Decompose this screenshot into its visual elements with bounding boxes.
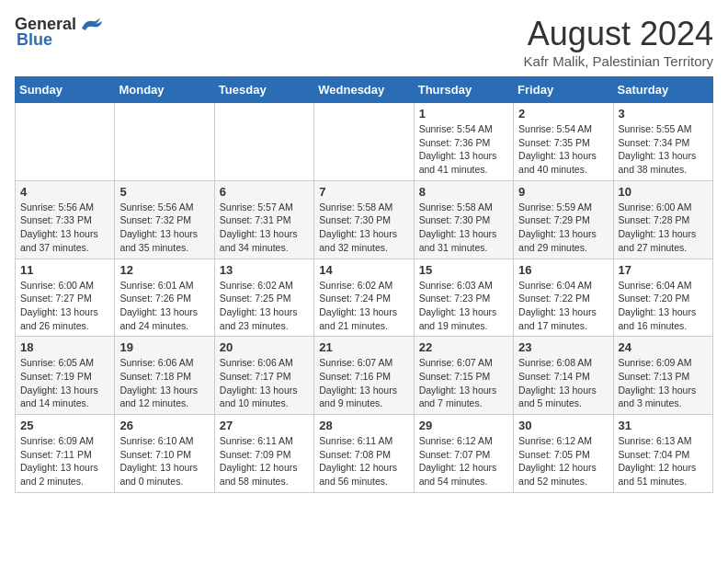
day-number: 21 — [319, 340, 408, 354]
calendar-cell — [314, 103, 414, 181]
day-number: 19 — [119, 340, 209, 354]
logo-blue-text: Blue — [17, 30, 52, 50]
calendar-cell: 16Sunrise: 6:04 AM Sunset: 7:22 PM Dayli… — [514, 259, 613, 337]
day-info: Sunrise: 6:09 AM Sunset: 7:13 PM Dayligh… — [619, 356, 708, 410]
day-number: 22 — [419, 340, 508, 354]
calendar-cell: 5Sunrise: 5:56 AM Sunset: 7:32 PM Daylig… — [115, 180, 214, 259]
logo-bird-icon — [78, 16, 104, 34]
calendar-week-row: 11Sunrise: 6:00 AM Sunset: 7:27 PM Dayli… — [16, 259, 713, 337]
day-info: Sunrise: 6:06 AM Sunset: 7:17 PM Dayligh… — [220, 356, 309, 410]
day-number: 1 — [419, 107, 508, 121]
calendar-cell — [16, 103, 115, 181]
day-number: 8 — [419, 185, 508, 199]
day-number: 13 — [220, 263, 309, 277]
day-number: 5 — [119, 185, 209, 199]
day-number: 2 — [518, 107, 608, 121]
page-header: General Blue August 2024 Kafr Malik, Pal… — [15, 15, 713, 69]
day-number: 10 — [619, 185, 708, 199]
day-info: Sunrise: 6:06 AM Sunset: 7:18 PM Dayligh… — [119, 356, 209, 410]
day-of-week-header: Saturday — [613, 77, 712, 103]
day-info: Sunrise: 6:04 AM Sunset: 7:20 PM Dayligh… — [619, 279, 708, 333]
day-of-week-header: Tuesday — [214, 77, 313, 103]
calendar-week-row: 18Sunrise: 6:05 AM Sunset: 7:19 PM Dayli… — [16, 337, 713, 415]
day-number: 14 — [319, 263, 408, 277]
calendar-week-row: 1Sunrise: 5:54 AM Sunset: 7:36 PM Daylig… — [16, 103, 713, 181]
day-info: Sunrise: 6:01 AM Sunset: 7:26 PM Dayligh… — [119, 279, 209, 333]
day-info: Sunrise: 6:03 AM Sunset: 7:23 PM Dayligh… — [419, 279, 508, 333]
day-info: Sunrise: 5:54 AM Sunset: 7:36 PM Dayligh… — [419, 122, 508, 177]
day-info: Sunrise: 5:55 AM Sunset: 7:34 PM Dayligh… — [619, 122, 708, 177]
day-info: Sunrise: 6:12 AM Sunset: 7:05 PM Dayligh… — [518, 434, 608, 488]
calendar-cell: 4Sunrise: 5:56 AM Sunset: 7:33 PM Daylig… — [16, 180, 115, 259]
day-number: 17 — [619, 263, 708, 277]
logo: General Blue — [15, 15, 104, 50]
day-info: Sunrise: 6:11 AM Sunset: 7:08 PM Dayligh… — [319, 434, 408, 488]
calendar-cell: 15Sunrise: 6:03 AM Sunset: 7:23 PM Dayli… — [414, 259, 513, 337]
calendar-cell: 7Sunrise: 5:58 AM Sunset: 7:30 PM Daylig… — [314, 180, 414, 259]
calendar-cell: 29Sunrise: 6:12 AM Sunset: 7:07 PM Dayli… — [414, 415, 513, 493]
day-number: 25 — [20, 419, 109, 432]
day-info: Sunrise: 6:02 AM Sunset: 7:24 PM Dayligh… — [319, 279, 408, 333]
calendar-table: SundayMondayTuesdayWednesdayThursdayFrid… — [15, 76, 713, 493]
day-of-week-header: Friday — [514, 77, 613, 103]
calendar-week-row: 4Sunrise: 5:56 AM Sunset: 7:33 PM Daylig… — [16, 180, 713, 259]
calendar-cell: 22Sunrise: 6:07 AM Sunset: 7:15 PM Dayli… — [414, 337, 513, 415]
day-of-week-header: Sunday — [16, 77, 115, 103]
day-info: Sunrise: 6:05 AM Sunset: 7:19 PM Dayligh… — [20, 356, 109, 410]
calendar-subtitle: Kafr Malik, Palestinian Territory — [524, 53, 713, 69]
day-info: Sunrise: 6:07 AM Sunset: 7:16 PM Dayligh… — [319, 356, 408, 410]
day-info: Sunrise: 6:00 AM Sunset: 7:28 PM Dayligh… — [619, 201, 708, 255]
day-info: Sunrise: 6:11 AM Sunset: 7:09 PM Dayligh… — [220, 434, 309, 488]
calendar-cell: 1Sunrise: 5:54 AM Sunset: 7:36 PM Daylig… — [414, 103, 513, 181]
day-number: 23 — [518, 340, 608, 354]
day-number: 18 — [20, 340, 109, 354]
calendar-cell: 3Sunrise: 5:55 AM Sunset: 7:34 PM Daylig… — [613, 103, 712, 181]
day-info: Sunrise: 5:56 AM Sunset: 7:32 PM Dayligh… — [119, 201, 209, 255]
calendar-cell: 9Sunrise: 5:59 AM Sunset: 7:29 PM Daylig… — [514, 180, 613, 259]
day-number: 6 — [220, 185, 309, 199]
calendar-cell: 21Sunrise: 6:07 AM Sunset: 7:16 PM Dayli… — [314, 337, 414, 415]
day-info: Sunrise: 6:13 AM Sunset: 7:04 PM Dayligh… — [619, 434, 708, 488]
calendar-cell: 10Sunrise: 6:00 AM Sunset: 7:28 PM Dayli… — [613, 180, 712, 259]
day-number: 28 — [319, 419, 408, 432]
day-info: Sunrise: 6:04 AM Sunset: 7:22 PM Dayligh… — [518, 279, 608, 333]
calendar-cell: 28Sunrise: 6:11 AM Sunset: 7:08 PM Dayli… — [314, 415, 414, 493]
calendar-cell: 11Sunrise: 6:00 AM Sunset: 7:27 PM Dayli… — [16, 259, 115, 337]
day-info: Sunrise: 5:58 AM Sunset: 7:30 PM Dayligh… — [419, 201, 508, 255]
calendar-cell: 25Sunrise: 6:09 AM Sunset: 7:11 PM Dayli… — [16, 415, 115, 493]
calendar-cell: 24Sunrise: 6:09 AM Sunset: 7:13 PM Dayli… — [613, 337, 712, 415]
day-info: Sunrise: 6:10 AM Sunset: 7:10 PM Dayligh… — [119, 434, 209, 488]
day-number: 7 — [319, 185, 408, 199]
day-number: 29 — [419, 419, 508, 432]
calendar-cell: 18Sunrise: 6:05 AM Sunset: 7:19 PM Dayli… — [16, 337, 115, 415]
day-number: 24 — [619, 340, 708, 354]
day-info: Sunrise: 6:02 AM Sunset: 7:25 PM Dayligh… — [220, 279, 309, 333]
day-info: Sunrise: 6:00 AM Sunset: 7:27 PM Dayligh… — [20, 279, 109, 333]
title-block: August 2024 Kafr Malik, Palestinian Terr… — [524, 15, 713, 69]
day-number: 31 — [619, 419, 708, 432]
calendar-header-row: SundayMondayTuesdayWednesdayThursdayFrid… — [16, 77, 713, 103]
day-number: 4 — [20, 185, 109, 199]
day-info: Sunrise: 5:57 AM Sunset: 7:31 PM Dayligh… — [220, 201, 309, 255]
calendar-cell — [115, 103, 214, 181]
day-number: 27 — [220, 419, 309, 432]
day-info: Sunrise: 5:58 AM Sunset: 7:30 PM Dayligh… — [319, 201, 408, 255]
day-of-week-header: Thursday — [414, 77, 513, 103]
calendar-cell: 31Sunrise: 6:13 AM Sunset: 7:04 PM Dayli… — [613, 415, 712, 493]
calendar-cell: 6Sunrise: 5:57 AM Sunset: 7:31 PM Daylig… — [214, 180, 313, 259]
calendar-title: August 2024 — [524, 15, 713, 53]
day-number: 12 — [119, 263, 209, 277]
day-info: Sunrise: 6:08 AM Sunset: 7:14 PM Dayligh… — [518, 356, 608, 410]
day-info: Sunrise: 5:56 AM Sunset: 7:33 PM Dayligh… — [20, 201, 109, 255]
day-number: 3 — [619, 107, 708, 121]
day-info: Sunrise: 5:54 AM Sunset: 7:35 PM Dayligh… — [518, 122, 608, 177]
calendar-cell: 30Sunrise: 6:12 AM Sunset: 7:05 PM Dayli… — [514, 415, 613, 493]
calendar-cell: 27Sunrise: 6:11 AM Sunset: 7:09 PM Dayli… — [214, 415, 313, 493]
day-number: 20 — [220, 340, 309, 354]
calendar-cell — [214, 103, 313, 181]
day-of-week-header: Wednesday — [314, 77, 414, 103]
calendar-cell: 19Sunrise: 6:06 AM Sunset: 7:18 PM Dayli… — [115, 337, 214, 415]
calendar-cell: 20Sunrise: 6:06 AM Sunset: 7:17 PM Dayli… — [214, 337, 313, 415]
day-number: 30 — [518, 419, 608, 432]
day-number: 9 — [518, 185, 608, 199]
